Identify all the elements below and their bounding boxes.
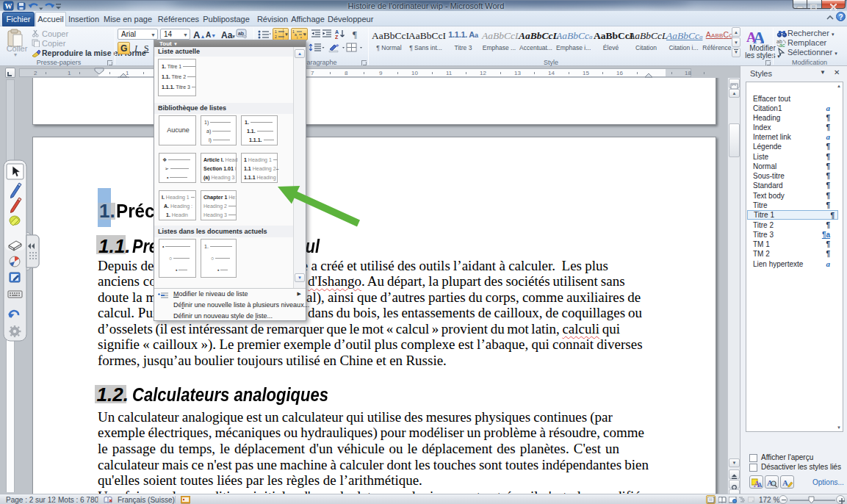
- svg-text:A: A: [757, 481, 763, 488]
- svg-text:A: A: [335, 29, 339, 35]
- svg-text:W: W: [5, 2, 12, 10]
- svg-text:ac: ac: [779, 43, 785, 47]
- svg-text:Z: Z: [335, 35, 339, 39]
- svg-text:A: A: [782, 478, 788, 487]
- svg-text:1: 1: [275, 29, 277, 34]
- svg-text:2: 2: [275, 35, 277, 39]
- svg-text:A: A: [753, 29, 764, 43]
- svg-text:i: i: [297, 35, 298, 39]
